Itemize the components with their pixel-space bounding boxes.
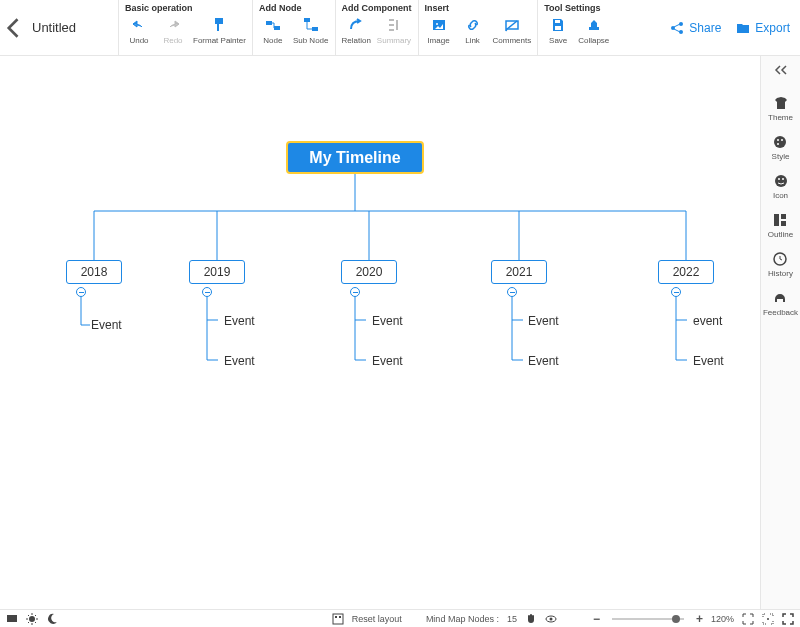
group-add-component: Add Component Relation Summary (335, 0, 418, 55)
svg-point-28 (549, 617, 552, 620)
moon-icon[interactable] (46, 613, 58, 625)
undo-icon (131, 15, 147, 35)
root-node[interactable]: My Timeline (286, 141, 424, 174)
svg-rect-26 (339, 616, 341, 618)
undo-button[interactable]: Undo (125, 15, 153, 45)
smiley-icon (773, 173, 789, 189)
leaf-node[interactable]: Event (528, 354, 559, 368)
share-icon (669, 20, 685, 36)
zoom-level: 120% (711, 614, 734, 624)
comments-icon (504, 15, 520, 35)
svg-point-13 (781, 139, 783, 141)
svg-point-29 (767, 618, 769, 620)
collapse-toggle[interactable] (507, 287, 517, 297)
node-button[interactable]: Node (259, 15, 287, 45)
export-button[interactable]: Export (735, 20, 790, 36)
palette-icon (772, 134, 788, 150)
svg-point-11 (774, 136, 786, 148)
save-icon (550, 15, 566, 35)
node-icon (265, 15, 281, 35)
group-title-add-component: Add Component (342, 3, 412, 13)
collapse-toggle[interactable] (202, 287, 212, 297)
relation-icon (348, 15, 364, 35)
fullscreen-icon[interactable] (782, 613, 794, 625)
sidebar-history[interactable]: History (768, 251, 793, 278)
center-icon[interactable] (762, 613, 774, 625)
redo-button[interactable]: Redo (159, 15, 187, 45)
headset-icon (772, 290, 788, 306)
right-sidebar: Theme Style Icon Outline History Feedbac… (760, 56, 800, 609)
svg-rect-0 (266, 21, 272, 25)
sidebar-style[interactable]: Style (772, 134, 790, 161)
top-toolbar: Untitled Basic operation Undo Redo Forma… (0, 0, 800, 56)
leaf-node[interactable]: Event (528, 314, 559, 328)
leaf-node[interactable]: Event (91, 318, 122, 332)
svg-rect-6 (555, 20, 560, 23)
svg-point-15 (775, 175, 787, 187)
share-button[interactable]: Share (669, 20, 721, 36)
sidebar-outline[interactable]: Outline (768, 212, 793, 239)
summary-button[interactable]: Summary (377, 15, 411, 45)
hand-tool-icon[interactable] (525, 613, 537, 625)
leaf-node[interactable]: Event (372, 314, 403, 328)
leaf-node[interactable]: Event (224, 354, 255, 368)
leaf-node[interactable]: Event (693, 354, 724, 368)
format-painter-button[interactable]: Format Painter (193, 15, 246, 45)
sidebar-collapse-button[interactable] (774, 64, 788, 79)
reset-layout-button[interactable]: Reset layout (352, 614, 402, 624)
outline-icon (772, 212, 788, 228)
eye-icon[interactable] (545, 613, 557, 625)
export-folder-icon (735, 20, 751, 36)
fit-screen-icon[interactable] (742, 613, 754, 625)
year-node-2018[interactable]: 2018 (66, 260, 122, 284)
shirt-icon (773, 95, 789, 111)
collapse-toggle[interactable] (350, 287, 360, 297)
year-node-2022[interactable]: 2022 (658, 260, 714, 284)
collapse-toggle[interactable] (76, 287, 86, 297)
group-basic-operation: Basic operation Undo Redo Format Painter (118, 0, 252, 55)
svg-rect-7 (555, 26, 561, 30)
collapse-icon (586, 15, 602, 35)
svg-rect-22 (7, 615, 17, 622)
clock-icon (772, 251, 788, 267)
zoom-out-button[interactable]: − (593, 612, 600, 626)
zoom-slider[interactable] (612, 618, 684, 620)
year-node-2020[interactable]: 2020 (341, 260, 397, 284)
image-button[interactable]: Image (425, 15, 453, 45)
zoom-in-button[interactable]: + (696, 612, 703, 626)
brightness-icon[interactable] (26, 613, 38, 625)
svg-rect-2 (304, 18, 310, 22)
svg-rect-1 (274, 26, 280, 30)
sidebar-theme[interactable]: Theme (768, 95, 793, 122)
leaf-node[interactable]: Event (224, 314, 255, 328)
comments-button[interactable]: Comments (493, 15, 532, 45)
mindmap-canvas[interactable]: My Timeline 2018 2019 2020 2021 2022 Eve… (0, 56, 760, 609)
year-node-2021[interactable]: 2021 (491, 260, 547, 284)
sub-node-button[interactable]: Sub Node (293, 15, 329, 45)
link-button[interactable]: Link (459, 15, 487, 45)
svg-point-5 (436, 23, 438, 25)
svg-rect-3 (312, 27, 318, 31)
format-painter-icon (211, 15, 227, 35)
sub-node-icon (303, 15, 319, 35)
leaf-node[interactable]: Event (372, 354, 403, 368)
save-button[interactable]: Save (544, 15, 572, 45)
layout-icon (332, 613, 344, 625)
group-tool-settings: Tool Settings Save Collapse (537, 0, 615, 55)
year-node-2019[interactable]: 2019 (189, 260, 245, 284)
group-title-insert: Insert (425, 3, 532, 13)
svg-point-12 (777, 139, 779, 141)
svg-rect-24 (333, 614, 343, 624)
sidebar-feedback[interactable]: Feedback (763, 290, 798, 317)
nodes-label: Mind Map Nodes : (426, 614, 499, 624)
leaf-node[interactable]: event (693, 314, 722, 328)
collapse-toggle[interactable] (671, 287, 681, 297)
collapse-button[interactable]: Collapse (578, 15, 609, 45)
svg-rect-25 (335, 616, 337, 618)
sidebar-icon[interactable]: Icon (773, 173, 789, 200)
document-title[interactable]: Untitled (28, 0, 118, 55)
back-button[interactable] (0, 0, 28, 55)
relation-button[interactable]: Relation (342, 15, 371, 45)
presentation-mode-icon[interactable] (6, 613, 18, 625)
summary-icon (386, 15, 402, 35)
